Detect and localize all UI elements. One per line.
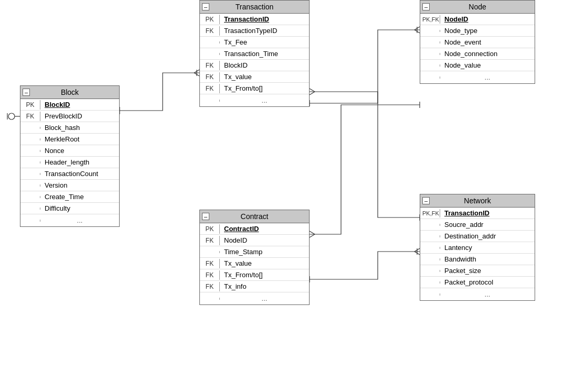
table-row: ... (420, 71, 535, 83)
table-row: Lantency (420, 242, 535, 254)
key-label (20, 196, 40, 198)
key-label (200, 100, 220, 102)
table-row: Packet_size (420, 265, 535, 277)
table-row: FK BlockID (200, 60, 309, 71)
table-row: FK Tx_info (200, 281, 309, 292)
field-name: Node_value (440, 60, 535, 70)
key-label (420, 64, 440, 67)
table-row: Node_type (420, 25, 535, 37)
field-name: ... (440, 71, 535, 83)
key-label (420, 77, 440, 79)
table-row: ... (20, 214, 119, 226)
contract-body: PK ContractID FK NodeID Time_Stamp FK Tx… (200, 223, 309, 304)
table-row: ... (420, 288, 535, 300)
key-label (420, 41, 440, 43)
table-row: Soucre_addr (420, 219, 535, 231)
table-row: ... (200, 292, 309, 304)
table-row: Packet_protocol (420, 277, 535, 288)
key-label (420, 281, 440, 284)
network-title: Network (464, 197, 491, 205)
key-label (420, 247, 440, 249)
field-name: ... (220, 94, 309, 106)
key-label: PK,FK (420, 209, 440, 217)
table-row: Time_Stamp (200, 246, 309, 258)
field-name: TransactionID (220, 14, 309, 24)
key-label (200, 41, 220, 43)
contract-collapse-btn[interactable]: – (202, 213, 209, 220)
key-label (200, 298, 220, 300)
field-name: Node_type (440, 26, 535, 36)
table-row: PK BlockID (20, 99, 119, 111)
table-row: PK,FK NodeID (420, 14, 535, 25)
key-label: FK (200, 61, 220, 70)
key-label (20, 150, 40, 152)
block-entity: – Block PK BlockID FK PrevBlockID Block_… (20, 85, 120, 227)
field-name: MerkleRoot (40, 134, 119, 144)
field-name: Nonce (40, 146, 119, 156)
table-row: TransactionCount (20, 168, 119, 180)
key-label (420, 224, 440, 226)
field-name: Create_Time (40, 192, 119, 202)
transaction-entity: – Transaction PK TransactionID FK Trasac… (199, 0, 310, 107)
table-row: PK TransactionID (200, 14, 309, 25)
table-row: Create_Time (20, 191, 119, 203)
contract-title: Contract (241, 212, 269, 221)
field-name: Version (40, 180, 119, 190)
key-label: FK (200, 26, 220, 36)
transaction-header: – Transaction (200, 1, 309, 14)
key-label (20, 208, 40, 210)
field-name: ... (220, 292, 309, 304)
field-name: Tx_Fee (220, 37, 309, 47)
diagram-canvas: – Block PK BlockID FK PrevBlockID Block_… (0, 0, 564, 392)
key-label: PK,FK (420, 15, 440, 24)
block-header: – Block (20, 86, 119, 99)
crowfoot-5a (414, 248, 420, 252)
table-row: Destination_addr (420, 231, 535, 242)
contract-header: – Contract (200, 210, 309, 223)
key-label: PK (200, 15, 220, 24)
field-name: TransactionID (440, 208, 535, 218)
node-body: PK,FK NodeID Node_type Node_event Node_c… (420, 14, 535, 83)
table-row: Block_hash (20, 122, 119, 134)
table-row: Bandwidth (420, 254, 535, 265)
block-body: PK BlockID FK PrevBlockID Block_hash Mer… (20, 99, 119, 226)
table-row: Header_length (20, 157, 119, 168)
key-label: FK (200, 84, 220, 93)
field-name: TrasactionTypeID (220, 26, 309, 36)
contract-network-line (310, 252, 420, 279)
key-label (420, 270, 440, 272)
node-collapse-btn[interactable]: – (422, 3, 430, 10)
field-name: ... (440, 288, 535, 300)
table-row: PK,FK TransactionID (420, 208, 535, 219)
table-row: Nonce (20, 145, 119, 157)
table-row: PK ContractID (200, 223, 309, 235)
field-name: NodeID (440, 14, 535, 24)
table-row: Node_connection (420, 48, 535, 60)
transaction-collapse-btn[interactable]: – (202, 3, 209, 10)
field-name: Tx_value (220, 258, 309, 268)
field-name: NodeID (220, 235, 309, 245)
table-row: FK Tx_value (200, 258, 309, 269)
field-name: Lantency (440, 243, 535, 253)
table-row: Version (20, 180, 119, 191)
network-collapse-btn[interactable]: – (422, 197, 430, 204)
field-name: Node_event (440, 37, 535, 47)
field-name: Difficulty (40, 203, 119, 213)
transaction-body: PK TransactionID FK TrasactionTypeID Tx_… (200, 14, 309, 106)
key-label (200, 53, 220, 55)
crowfoot-2b (414, 30, 420, 33)
field-name: PrevBlockID (40, 111, 119, 121)
field-name: Tx_From/to[] (220, 270, 309, 280)
field-name: Packet_size (440, 266, 535, 276)
field-name: ContractID (220, 224, 309, 234)
key-label (420, 30, 440, 32)
field-name: Soucre_addr (440, 220, 535, 230)
field-name: Tx_info (220, 281, 309, 291)
key-label (420, 235, 440, 237)
block-collapse-btn[interactable]: – (23, 89, 30, 96)
transaction-title: Transaction (236, 3, 274, 11)
key-label (20, 138, 40, 140)
key-label (200, 251, 220, 253)
field-name: BlockID (220, 60, 309, 70)
field-name: Transaction_Time (220, 49, 309, 59)
